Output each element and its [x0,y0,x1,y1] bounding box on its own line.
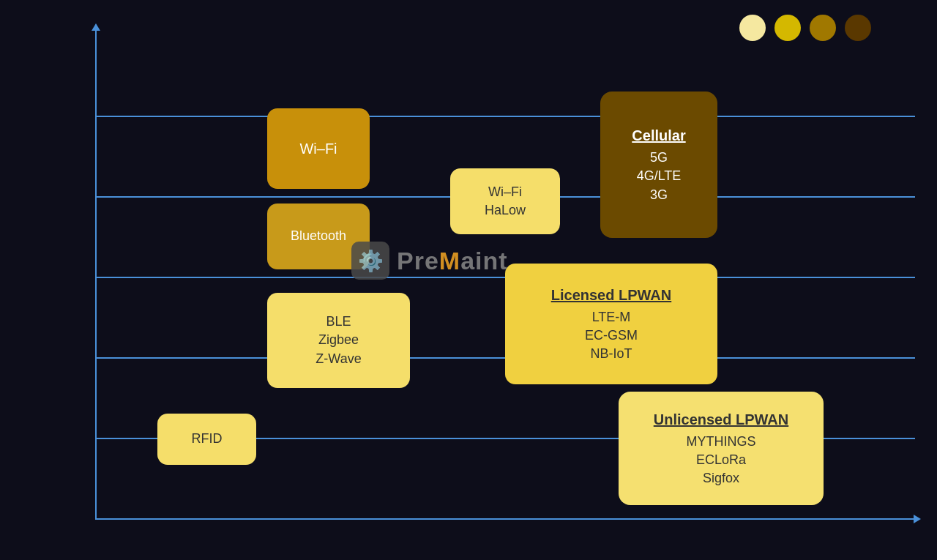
wifi-halow-line2: HaLow [485,201,526,220]
cellular-4g: 4G/LTE [637,167,682,185]
unlicensed-title: Unlicensed LPWAN [654,409,788,430]
licensed-title: Licensed LPWAN [551,285,671,305]
legend-dot-3 [810,15,836,41]
legend-dot-1 [739,15,766,41]
wifi-box: Wi–Fi [267,108,370,189]
x-axis [95,518,915,520]
ble-box: BLE Zigbee Z-Wave [267,293,410,388]
bluetooth-label: Bluetooth [291,227,346,245]
legend-dot-2 [774,15,801,41]
x-axis-arrow [914,515,921,523]
watermark-text: PreMaint [397,247,508,275]
y-axis-arrow [92,23,100,31]
licensed-ecgsm: EC-GSM [585,326,638,345]
wifi-halow-line1: Wi–Fi [488,183,522,201]
licensed-lpwan-box: Licensed LPWAN LTE-M EC-GSM NB-IoT [505,264,717,384]
rfid-label: RFID [192,430,223,448]
ble-line1: BLE [326,313,351,331]
cellular-box: Cellular 5G 4G/LTE 3G [600,92,717,238]
legend [739,15,871,41]
cellular-5g: 5G [650,149,668,167]
unlicensed-lpwan-box: Unlicensed LPWAN MYTHINGS ECLoRa Sigfox [619,392,824,505]
rfid-box: RFID [157,414,256,465]
chart-area: Wi–Fi Bluetooth Wi–Fi HaLow Cellular 5G … [0,0,937,560]
watermark: ⚙️ PreMaint [351,242,508,280]
wifi-halow-box: Wi–Fi HaLow [450,168,560,234]
ble-line3: Z-Wave [316,350,361,368]
watermark-icon: ⚙️ [351,242,389,280]
y-axis [95,29,97,520]
grid-line-5 [97,116,915,117]
ble-line2: Zigbee [318,331,359,349]
cellular-title: Cellular [632,125,685,146]
licensed-ltem: LTE-M [592,308,631,326]
legend-dot-4 [845,15,871,41]
wifi-label: Wi–Fi [299,138,337,159]
cellular-3g: 3G [650,186,668,204]
unlicensed-mythings: MYTHINGS [686,433,755,451]
unlicensed-eclora: ECLoRa [696,451,746,469]
unlicensed-sigfox: Sigfox [703,469,739,488]
licensed-nbiot: NB-IoT [590,345,632,363]
watermark-highlight: M [439,247,460,275]
